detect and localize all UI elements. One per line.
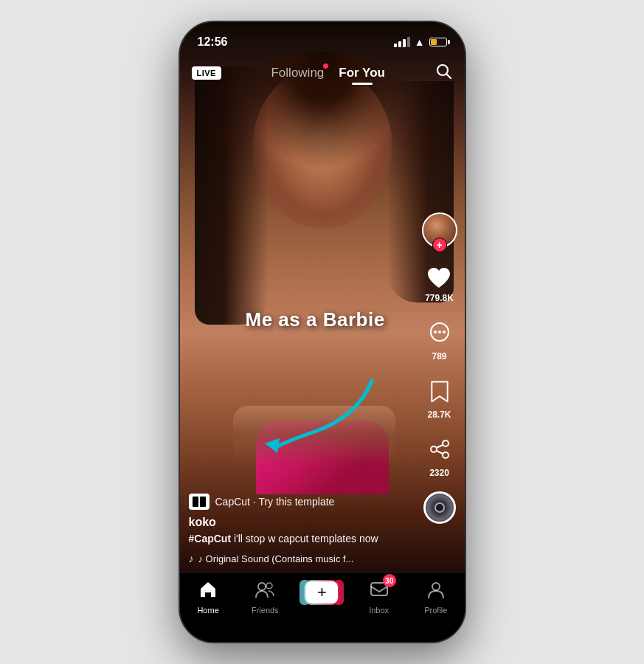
bookmark-icon <box>423 375 456 407</box>
top-nav: LIVE Following For You <box>180 55 465 91</box>
svg-point-8 <box>431 446 437 452</box>
svg-point-14 <box>258 583 266 590</box>
status-time: 12:56 <box>198 35 228 49</box>
svg-point-7 <box>443 440 449 446</box>
svg-rect-12 <box>193 497 198 507</box>
inbox-icon: 30 <box>370 580 389 604</box>
wifi-icon: ▲ <box>415 36 425 48</box>
svg-line-11 <box>436 451 443 454</box>
status-bar: 12:56 ▲ <box>180 22 465 55</box>
friends-icon <box>255 580 275 604</box>
creator-avatar-container[interactable]: + <box>422 212 457 248</box>
bookmark-count: 28.7K <box>427 409 451 420</box>
follow-plus-badge[interactable]: + <box>432 238 447 252</box>
like-count: 779.8K <box>425 293 454 303</box>
like-button[interactable]: 779.8K <box>425 264 454 303</box>
svg-rect-13 <box>200 497 206 507</box>
nav-tabs: Following For You <box>271 66 384 80</box>
sound-text: ♪ Original Sound (Contains music f... <box>198 553 354 564</box>
hashtag[interactable]: #CapCut <box>189 533 232 544</box>
capcut-text: CapCut · Try this template <box>215 496 335 508</box>
search-button[interactable] <box>434 62 452 84</box>
inbox-badge-container: 30 <box>370 580 389 604</box>
profile-label: Profile <box>424 606 447 615</box>
comment-button[interactable]: 789 <box>423 317 456 362</box>
profile-icon <box>426 580 446 604</box>
caption-area: CapCut · Try this template koko #CapCut … <box>189 494 413 564</box>
right-sidebar: + 779.8K 789 <box>422 212 457 524</box>
comment-count: 789 <box>432 351 446 362</box>
live-badge[interactable]: LIVE <box>192 66 221 80</box>
svg-point-15 <box>266 583 272 589</box>
caption-body: i'll stop w capcut templates now <box>231 533 378 544</box>
caption-text: #CapCut i'll stop w capcut templates now <box>189 532 413 547</box>
svg-point-6 <box>443 331 446 333</box>
svg-point-9 <box>443 452 449 458</box>
bottom-nav: Home Friends + <box>180 572 465 642</box>
svg-line-1 <box>447 75 451 79</box>
share-count: 2320 <box>429 468 449 478</box>
tab-following[interactable]: Following <box>271 66 324 80</box>
video-overlay-text: Me as a Barbie <box>245 308 384 331</box>
music-disc-inner <box>434 502 445 513</box>
svg-point-4 <box>434 331 437 333</box>
nav-create[interactable]: + <box>300 580 344 605</box>
following-dot <box>323 63 328 69</box>
status-icons: ▲ <box>394 36 447 48</box>
nav-friends[interactable]: Friends <box>243 580 287 615</box>
svg-line-10 <box>436 445 443 448</box>
inbox-count-badge: 30 <box>383 574 396 587</box>
signal-bars-icon <box>394 37 410 47</box>
share-icon <box>423 433 456 466</box>
sound-note-icon: ♪ <box>189 553 194 564</box>
capcut-banner[interactable]: CapCut · Try this template <box>189 494 413 510</box>
svg-point-5 <box>438 331 441 333</box>
nav-home[interactable]: Home <box>186 580 230 615</box>
bookmark-button[interactable]: 28.7K <box>423 375 456 420</box>
username[interactable]: koko <box>189 516 413 529</box>
sound-row[interactable]: ♪ ♪ Original Sound (Contains music f... <box>189 553 413 564</box>
create-button[interactable]: + <box>304 580 339 605</box>
inbox-label: Inbox <box>369 606 389 615</box>
tab-for-you[interactable]: For You <box>339 66 385 80</box>
phone-frame: 12:56 ▲ <box>179 21 466 643</box>
share-button[interactable]: 2320 <box>423 433 456 478</box>
friends-label: Friends <box>252 606 279 615</box>
comment-icon <box>423 317 456 349</box>
home-icon <box>198 580 218 604</box>
capcut-logo-icon <box>189 494 210 510</box>
heart-icon <box>426 264 452 291</box>
music-disc[interactable] <box>423 491 456 524</box>
battery-icon <box>429 38 447 46</box>
svg-point-17 <box>432 583 440 590</box>
nav-profile[interactable]: Profile <box>414 580 458 615</box>
home-label: Home <box>197 606 218 615</box>
create-plus-icon: + <box>305 581 338 604</box>
nav-inbox[interactable]: 30 Inbox <box>357 580 401 615</box>
